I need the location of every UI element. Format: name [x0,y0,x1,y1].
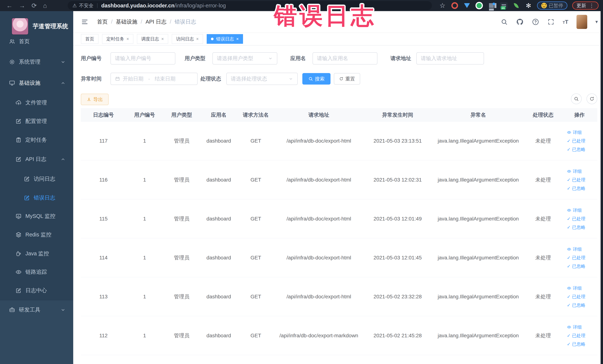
extensions-puzzle-icon[interactable]: ✻ [525,2,532,9]
extension-shield-icon[interactable] [463,2,471,9]
mark-processed-link[interactable]: ✓已处理 [567,255,585,261]
sidebar-item-file-management[interactable]: 文件管理 [0,94,73,112]
tag-access-log[interactable]: 访问日志 × [172,34,203,44]
date-range-picker[interactable]: 开始日期 - 结束日期 [110,73,197,85]
avatar-caret-icon[interactable]: ▾ [595,19,598,25]
fullscreen-icon[interactable] [547,18,555,25]
user-type-select[interactable]: 请选择用户类型 [212,52,277,65]
breadcrumb-home[interactable]: 首页 [97,18,108,26]
user-id-field[interactable] [115,55,171,61]
extension-leaf-icon[interactable] [512,2,520,9]
search-icon[interactable] [501,18,508,25]
browser-back-icon[interactable]: ← [6,0,13,11]
reset-button-label: 重置 [345,76,355,82]
sidebar-item-log-center[interactable]: 日志中心 [0,281,73,300]
browser-menu-icon[interactable]: ⋮ [589,3,594,9]
table-row: 112 1 管理员 dashboard GET /api/infra/db-do… [81,316,597,355]
paused-badge[interactable]: 已暂停 [537,1,568,10]
github-icon[interactable] [516,18,524,26]
mark-ignored-link[interactable]: ✓已忽略 [567,224,585,230]
sidebar-item-api-log[interactable]: API 日志 [0,150,73,169]
browser-reload-icon[interactable]: ⟳ [32,0,37,11]
extension-on-badge-icon[interactable]: on [500,2,508,9]
sidebar-item-system-management[interactable]: 系统管理 [0,53,73,71]
cell-log-id: 115 [81,216,126,222]
eye-icon [567,169,571,174]
cell-user-type: 管理员 [163,332,200,339]
sidebar-item-trace[interactable]: 链路追踪 [0,263,73,281]
extension-green-icon[interactable] [475,2,483,9]
sidebar-item-access-log[interactable]: 访问日志 [0,170,73,188]
app-name-input[interactable] [313,52,377,65]
toggle-search-button[interactable] [571,94,582,104]
sidebar-item-infrastructure[interactable]: 基础设施 [0,74,73,92]
detail-link[interactable]: 详细 [567,129,582,135]
reset-button[interactable]: 重置 [334,73,360,84]
app-name-field[interactable] [317,55,373,61]
mark-processed-link[interactable]: ✓已处理 [567,177,585,183]
close-icon[interactable]: × [127,36,129,42]
cell-app-name: dashboard [200,294,237,300]
mark-ignored-link[interactable]: ✓已忽略 [567,146,585,153]
mark-ignored-link[interactable]: ✓已忽略 [567,263,585,269]
bookmark-star-icon[interactable]: ☆ [439,2,446,9]
tag-home[interactable]: 首页 [81,34,98,44]
help-icon[interactable] [532,18,539,26]
cell-url: /api/infra/db-doc/export-html [274,138,363,144]
avatar[interactable] [577,15,587,29]
breadcrumb-api-log[interactable]: API 日志 [146,18,166,26]
search-button[interactable]: 搜索 [302,73,331,84]
request-url-input[interactable] [416,52,484,65]
extension-ring-icon[interactable] [451,2,458,9]
cell-actions: 详细 ✓已处理 ✓已忽略 [562,160,597,199]
mark-processed-link[interactable]: ✓已处理 [567,333,585,339]
sidebar-item-scheduled-tasks[interactable]: 定时任务 [0,131,73,149]
tag-error-log[interactable]: 错误日志 × [207,34,243,44]
address-bar[interactable]: ⚠ 不安全 dashboard.yudao.iocoder.cn /infra/… [68,1,432,10]
hamburger-icon[interactable] [81,18,88,26]
sidebar-item-redis-monitor[interactable]: Redis 监控 [0,225,73,244]
cell-user-id: 1 [126,255,163,261]
detail-link[interactable]: 详细 [567,246,582,252]
mark-ignored-link[interactable]: ✓已忽略 [567,341,585,347]
process-status-select[interactable]: 请选择处理状态 [226,73,298,85]
close-icon[interactable]: × [196,36,199,42]
detail-link[interactable]: 详细 [567,207,582,213]
breadcrumb-infrastructure[interactable]: 基础设施 [116,18,137,26]
request-url-field[interactable] [421,55,480,61]
mark-processed-link[interactable]: ✓已处理 [567,294,585,300]
cell-user-type: 管理员 [163,215,200,222]
detail-link[interactable]: 详细 [567,285,582,291]
sidebar-item-dev-tools[interactable]: 研发工具 [0,301,73,319]
window-scrollbar[interactable] [601,0,603,364]
browser-forward-icon[interactable]: → [19,0,25,11]
mark-ignored-link[interactable]: ✓已忽略 [567,186,585,191]
tag-schedule-log[interactable]: 调度日志 × [137,34,168,44]
font-size-icon[interactable]: TT [563,19,568,25]
user-id-input[interactable] [110,52,175,65]
edit-icon [24,176,30,182]
detail-link[interactable]: 详细 [567,324,582,330]
extension-grid-icon[interactable] [488,2,495,9]
update-badge[interactable]: 更新 ⋮ [572,1,599,10]
detail-link[interactable]: 详细 [567,168,582,174]
monitor-icon [9,80,15,86]
sidebar-item-home[interactable]: 首页 [0,32,73,51]
tag-scheduled-tasks[interactable]: 定时任务 × [102,34,133,44]
table-row: 117 1 管理员 dashboard GET /api/infra/db-do… [81,121,597,160]
browser-home-icon[interactable]: ⌂ [43,0,47,11]
sidebar-item-mysql-monitor[interactable]: MySQL 监控 [0,207,73,225]
mark-processed-link[interactable]: ✓已处理 [567,138,585,144]
mark-processed-link[interactable]: ✓已处理 [567,216,585,222]
close-icon[interactable]: × [236,36,239,42]
col-header-status: 处理状态 [525,111,562,118]
mark-ignored-link[interactable]: ✓已忽略 [567,302,585,308]
security-label[interactable]: 不安全 [79,2,93,9]
sidebar-item-error-log[interactable]: 错误日志 [0,188,73,207]
sidebar-item-config-management[interactable]: 配置管理 [0,112,73,130]
sidebar-item-java-monitor[interactable]: Java 监控 [0,244,73,263]
export-button[interactable]: 导出 [81,94,109,105]
check-icon: ✓ [567,186,570,191]
refresh-table-button[interactable] [587,94,597,104]
close-icon[interactable]: × [161,36,164,42]
